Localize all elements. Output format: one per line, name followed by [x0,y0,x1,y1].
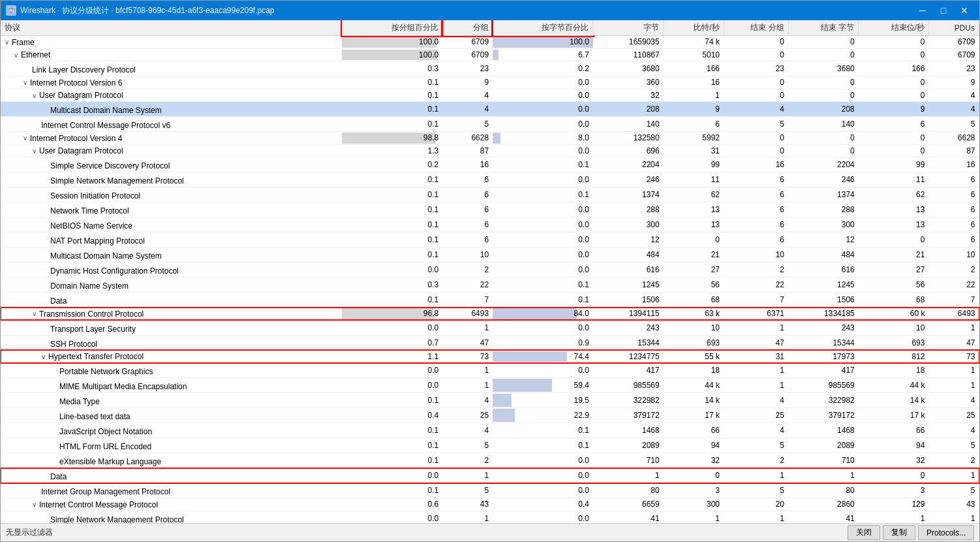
table-row[interactable]: Data0.170.115066871506687 [1,293,979,308]
col-bps[interactable]: 比特/秒 [664,20,724,36]
bytes-cell: 710 [593,453,664,468]
col-pct-bytes[interactable]: 按字节百分比 [493,20,593,36]
bytes-cell: 1659035 [593,36,664,49]
end_pkts-cell: 6 [724,202,788,217]
bytes-cell: 1468 [593,423,664,438]
end_bps-cell: 166 [859,61,929,76]
protocol-cell: Simple Service Discovery Protocol [1,157,342,172]
bps-cell: 13 [664,217,724,232]
protocol-table-container[interactable]: 协议 按分组百分比 分组 按字节百分比 字节 比特/秒 结束 分组 结束 字节 … [1,20,979,523]
pkts-cell: 25 [442,408,493,423]
pkts-cell: 1 [442,468,493,483]
bytes-cell: 1 [593,468,664,483]
bytes-cell: 41 [593,511,664,523]
table-row[interactable]: ∨Internet Control Message Protocol0.6430… [1,498,979,511]
maximize-button[interactable]: □ [934,3,953,18]
protocols-btn[interactable]: Protocols... [918,525,974,540]
table-row[interactable]: ∨Hypertext Transfer Protocol1.17374.4123… [1,350,979,363]
end_pkts-cell: 4 [724,102,788,117]
col-pct-pkt[interactable]: 按分组百分比 [342,20,442,36]
protocol-cell: eXtensible Markup Language [1,453,342,468]
bps-cell: 0 [664,468,724,483]
pdus-cell: 22 [928,278,979,293]
pkts-cell: 1 [442,511,493,523]
pkts-cell: 6628 [442,132,493,145]
col-end-bytes[interactable]: 结束 字节 [788,20,859,36]
copy-btn[interactable]: 复制 [883,525,915,540]
table-row[interactable]: Multicast Domain Name System0.1100.04842… [1,247,979,263]
pdus-cell: 4 [928,393,979,408]
end_bytes-cell: 15344 [788,335,859,350]
table-row[interactable]: Link Layer Discovery Protocol0.3230.2368… [1,61,979,76]
table-row[interactable]: Session Initiation Protocol0.160.1137462… [1,187,979,202]
col-protocol[interactable]: 协议 [1,20,342,36]
col-end-pkts[interactable]: 结束 分组 [724,20,788,36]
pdus-cell: 6 [928,202,979,217]
table-row[interactable]: ∨User Datagram Protocol1.3870.0696310008… [1,144,979,157]
col-end-bps[interactable]: 结束位/秒 [859,20,929,36]
col-bytes[interactable]: 字节 [593,20,664,36]
table-row[interactable]: ∨Ethernet100.067096.711086750100006709 [1,48,979,61]
table-row[interactable]: MIME Multipart Media Encapsulation0.0159… [1,378,979,393]
pdus-cell: 5 [928,483,979,498]
table-row[interactable]: Network Time Protocol0.160.0288136288136 [1,202,979,217]
protocol-cell: Multicast Domain Name System [1,247,342,263]
protocol-cell: ∨Internet Protocol Version 4 [1,132,342,145]
pct-bytes-cell: 74.4 [493,350,593,363]
pct-bytes-cell: 0.1 [493,187,593,202]
table-row[interactable]: Transport Layer Security0.010.0243101243… [1,320,979,335]
table-row[interactable]: ∨Internet Protocol Version 60.190.036016… [1,76,979,89]
col-pkts[interactable]: 分组 [442,20,493,36]
end_bps-cell: 1 [859,511,929,523]
bytes-cell: 300 [593,217,664,232]
table-row[interactable]: Data0.010.0101101 [1,468,979,483]
table-row[interactable]: HTML Form URL Encoded0.150.1208994520899… [1,438,979,453]
end_bytes-cell: 2089 [788,438,859,453]
table-row[interactable]: SSH Protocol0.7470.915344693471534469347 [1,335,979,350]
minimize-button[interactable]: ─ [913,3,932,18]
table-header-row: 协议 按分组百分比 分组 按字节百分比 字节 比特/秒 结束 分组 结束 字节 … [1,20,979,36]
col-pdus[interactable]: PDUs [928,20,979,36]
bps-cell: 17 k [664,408,724,423]
table-row[interactable]: Simple Service Discovery Protocol0.2160.… [1,157,979,172]
pkts-cell: 6 [442,187,493,202]
end_pkts-cell: 1 [724,468,788,483]
close-button[interactable]: ✕ [955,3,974,18]
end_bps-cell: 0 [859,76,929,89]
table-row[interactable]: NAT Port Mapping Protocol0.160.012061206 [1,232,979,247]
table-row[interactable]: ∨Internet Protocol Version 498.866288.01… [1,132,979,145]
table-row[interactable]: Simple Network Management Protocol0.010.… [1,511,979,523]
pct-bytes-cell: 0.4 [493,498,593,511]
table-row[interactable]: Domain Name System0.3220.112455622124556… [1,278,979,293]
table-row[interactable]: Internet Group Management Protocol0.150.… [1,483,979,498]
table-row[interactable]: eXtensible Markup Language0.120.07103227… [1,453,979,468]
table-row[interactable]: Dynamic Host Configuration Protocol0.020… [1,263,979,278]
table-row[interactable]: ∨Frame100.06709100.0165903574 k0006709 [1,36,979,49]
pct-bytes-cell: 0.0 [493,202,593,217]
table-row[interactable]: Internet Control Message Protocol v60.15… [1,117,979,132]
pct-bytes-cell: 0.1 [493,278,593,293]
table-row[interactable]: Multicast Domain Name System0.140.020894… [1,102,979,117]
end_bps-cell: 693 [859,335,929,350]
app-icon: 🦈 [6,5,16,16]
bps-cell: 1 [664,511,724,523]
bps-cell: 55 k [664,350,724,363]
end_pkts-cell: 1 [724,363,788,378]
table-row[interactable]: NetBIOS Name Service0.160.0300136300136 [1,217,979,232]
bytes-cell: 1374 [593,187,664,202]
table-row[interactable]: Media Type0.1419.532298214 k432298214 k4 [1,393,979,408]
end_bytes-cell: 41 [788,511,859,523]
table-row[interactable]: ∨User Datagram Protocol0.140.03210004 [1,89,979,102]
pdus-cell: 5 [928,117,979,132]
end_bytes-cell: 17973 [788,350,859,363]
end_bps-cell: 6 [859,117,929,132]
table-row[interactable]: JavaScript Object Notation0.140.11468664… [1,423,979,438]
table-row[interactable]: Portable Network Graphics0.010.041718141… [1,363,979,378]
pct-pkt-cell: 0.1 [342,453,442,468]
protocol-cell: ∨Internet Protocol Version 6 [1,76,342,89]
table-row[interactable]: Line-based text data0.42522.937917217 k2… [1,408,979,423]
close-btn[interactable]: 关闭 [848,525,880,540]
pkts-cell: 1 [442,363,493,378]
table-row[interactable]: ∨Transmission Control Protocol96.8649384… [1,308,979,321]
table-row[interactable]: Simple Network Management Protocol0.160.… [1,172,979,187]
